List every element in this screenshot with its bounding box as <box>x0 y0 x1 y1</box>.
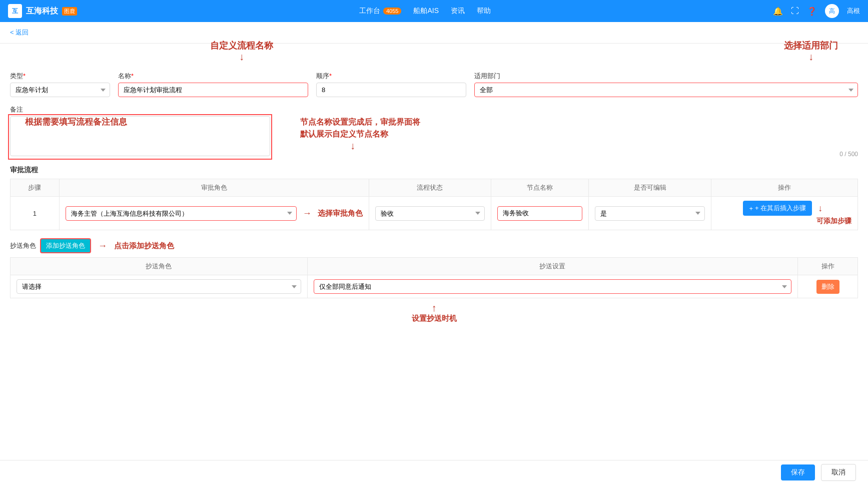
page-content: < 返回 自定义流程名称 ↓ 选择适用部门 ↓ 类型* 应急年计划 <box>0 22 868 484</box>
avatar[interactable]: 高 <box>825 4 839 18</box>
cc-section: 抄送角色 添加抄送角色 → 点击添加抄送角色 抄送角色 抄送设置 操作 <box>10 238 858 323</box>
logo-badge: 图鹿 <box>62 7 77 16</box>
delete-cc-button[interactable]: 删除 <box>816 280 839 294</box>
cc-cell-role: 请选择 <box>11 275 308 298</box>
cell-step: 1 <box>11 197 60 230</box>
remark-wrapper <box>10 116 270 158</box>
approval-section-title: 审批流程 <box>10 166 858 175</box>
header-right: 🔔 ⛶ ❓ 高 高根 <box>773 4 860 18</box>
cc-header-row: 抄送角色 抄送设置 操作 <box>11 258 858 275</box>
remark-label: 备注 <box>10 105 858 114</box>
form-row-1: 类型* 应急年计划 名称* 顺序* 适用部门 <box>10 72 858 97</box>
cc-cell-setting: 仅全部同意后通知 <box>307 275 797 298</box>
cc-setting-select[interactable]: 仅全部同意后通知 <box>314 279 791 294</box>
order-label: 顺序* <box>316 72 466 81</box>
add-step-annotation: 可添加步骤 <box>717 217 851 226</box>
cc-header: 抄送角色 添加抄送角色 → 点击添加抄送角色 <box>10 238 858 253</box>
expand-icon[interactable]: ⛶ <box>791 7 799 16</box>
form-area: 自定义流程名称 ↓ 选择适用部门 ↓ 类型* 应急年计划 名称* <box>0 44 868 331</box>
nav-news[interactable]: 资讯 <box>451 7 465 16</box>
question-icon[interactable]: ❓ <box>807 7 817 16</box>
cc-col-role: 抄送角色 <box>11 258 308 275</box>
node-name-input[interactable] <box>497 206 582 221</box>
col-action: 操作 <box>711 179 857 197</box>
cc-cell-action: 删除 <box>798 275 858 298</box>
logo-icon: 互 <box>8 4 22 18</box>
col-status: 流程状态 <box>369 179 491 197</box>
add-step-arrow: ↓ <box>818 203 822 214</box>
save-button[interactable]: 保存 <box>781 464 815 480</box>
cell-action: + + 在其后插入步骤 ↓ 可添加步骤 <box>711 197 857 230</box>
cell-status: 验收 <box>369 197 491 230</box>
col-editable: 是否可编辑 <box>589 179 711 197</box>
col-role: 审批角色 <box>59 179 369 197</box>
col-step: 步骤 <box>11 179 60 197</box>
bell-icon[interactable]: 🔔 <box>773 7 783 16</box>
type-select[interactable]: 应急年计划 <box>10 83 110 97</box>
name-label: 名称* <box>118 72 308 81</box>
cc-title: 抄送角色 <box>10 241 36 250</box>
cc-col-action: 操作 <box>798 258 858 275</box>
editable-select[interactable]: 是 <box>595 206 704 221</box>
cell-editable: 是 <box>589 197 711 230</box>
cancel-button[interactable]: 取消 <box>821 464 856 481</box>
header-left: 互 互海科技 图鹿 <box>8 4 77 18</box>
field-dept: 适用部门 全部 <box>474 72 858 97</box>
name-input[interactable] <box>118 83 308 97</box>
cell-role: 海务主管（上海互海信息科技有限公司） → 选择审批角色 <box>59 197 369 230</box>
username: 高根 <box>847 7 860 16</box>
header-nav: 工作台 4055 船舶AIS 资讯 帮助 <box>359 7 491 16</box>
col-node-name: 节点名称 <box>491 179 588 197</box>
nav-workbench[interactable]: 工作台 4055 <box>359 7 401 16</box>
back-button[interactable]: < 返回 <box>0 22 868 44</box>
approval-table: 步骤 审批角色 流程状态 节点名称 是否可编辑 操作 1 <box>10 179 858 230</box>
dept-select[interactable]: 全部 <box>474 83 858 97</box>
header: 互 互海科技 图鹿 工作台 4055 船舶AIS 资讯 帮助 🔔 ⛶ ❓ 高 高… <box>0 0 868 22</box>
remark-section: 备注 节点名称设置完成后，审批界面将默认展示自定义节点名称 ↓ <box>10 105 858 158</box>
add-step-button[interactable]: + + 在其后插入步骤 <box>743 201 812 216</box>
status-select[interactable]: 验收 <box>375 206 485 221</box>
role-annotation-text: 选择审批角色 <box>318 209 363 218</box>
remark-annotation-text-area: 节点名称设置完成后，审批界面将默认展示自定义节点名称 ↓ <box>300 116 858 152</box>
cc-annotation-text: 点击添加抄送角色 <box>114 241 174 251</box>
field-order: 顺序* <box>316 72 466 97</box>
cc-col-setting: 抄送设置 <box>307 258 797 275</box>
type-label: 类型* <box>10 72 110 81</box>
nav-help[interactable]: 帮助 <box>477 7 491 16</box>
role-select[interactable]: 海务主管（上海互海信息科技有限公司） <box>66 206 297 221</box>
table-row: 1 海务主管（上海互海信息科技有限公司） → 选择审批角色 <box>11 197 858 230</box>
cc-table: 抄送角色 抄送设置 操作 请选择 <box>10 257 858 298</box>
cc-role-select[interactable]: 请选择 <box>17 279 301 294</box>
nav-ais[interactable]: 船舶AIS <box>413 7 439 16</box>
node-name-arrow: ↓ <box>350 140 858 152</box>
order-input[interactable] <box>316 83 466 97</box>
add-cc-button[interactable]: 添加抄送角色 <box>40 238 91 253</box>
table-header-row: 步骤 审批角色 流程状态 节点名称 是否可编辑 操作 <box>11 179 858 197</box>
node-name-annotation: 节点名称设置完成后，审批界面将默认展示自定义节点名称 <box>300 116 858 140</box>
header-logo-text: 互海科技 <box>26 6 58 17</box>
char-count: 0 / 500 <box>839 151 858 158</box>
footer-bar: 保存 取消 <box>0 460 868 484</box>
cc-row: 请选择 仅全部同意后通知 删除 <box>11 275 858 298</box>
dept-label: 适用部门 <box>474 72 858 81</box>
remark-textarea[interactable] <box>10 116 270 156</box>
field-type: 类型* 应急年计划 <box>10 72 110 97</box>
cc-arrow-right: → <box>98 241 107 251</box>
role-arrow-right: → <box>303 208 312 219</box>
field-name: 名称* <box>118 72 308 97</box>
cell-node-name <box>491 197 588 230</box>
cc-time-annotation: ↑ 设置抄送时机 <box>10 302 858 323</box>
